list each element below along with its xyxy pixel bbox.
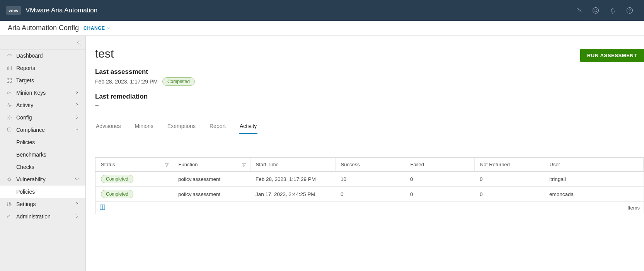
cell-start-time: Feb 28, 2023, 1:17:29 PM — [250, 172, 335, 187]
svg-rect-5 — [7, 78, 9, 80]
nav-label: Compliance — [16, 127, 45, 133]
cell-start-time: Jan 17, 2023, 2:44:25 PM — [250, 187, 335, 202]
key-icon — [6, 90, 12, 96]
svg-point-14 — [10, 204, 12, 205]
help-icon[interactable] — [621, 3, 638, 18]
chevron-down-icon — [107, 26, 111, 30]
col-header-failed[interactable]: Failed — [405, 158, 474, 172]
status-badge: Completed — [101, 175, 133, 183]
nav-label: Activity — [16, 102, 33, 108]
sub-header: Aria Automation Config CHANGE — [0, 21, 644, 36]
table-row[interactable]: Completed policy.assessment Feb 28, 2023… — [95, 172, 644, 187]
chevron-down-icon — [75, 177, 79, 181]
wrench-icon — [6, 213, 12, 220]
nav-label: Targets — [16, 77, 34, 84]
cell-function: policy.assessment — [173, 172, 250, 187]
status-badge: Completed — [162, 77, 195, 86]
chevron-down-icon — [75, 127, 79, 132]
svg-point-13 — [9, 203, 10, 204]
nav-label: Dashboard — [16, 53, 43, 59]
sidebar-item-administration[interactable]: Administration — [0, 210, 85, 223]
product-title: VMware Aria Automation — [26, 7, 97, 14]
chevron-right-icon — [75, 201, 79, 206]
col-header-function[interactable]: Function — [173, 158, 250, 172]
cell-success: 10 — [335, 172, 405, 187]
nav-label: Administration — [16, 213, 51, 220]
nav-label: Minion Keys — [16, 90, 46, 96]
chevron-right-icon — [75, 102, 79, 107]
change-service-link[interactable]: CHANGE — [83, 26, 111, 31]
col-header-label: Function — [179, 162, 198, 167]
smile-icon[interactable] — [587, 3, 604, 18]
svg-point-12 — [7, 205, 9, 206]
sidebar: Dashboard Reports Targets Minion Keys Ac… — [0, 36, 86, 271]
col-header-not-returned[interactable]: Not Returned — [474, 158, 544, 172]
cell-failed: 0 — [405, 187, 474, 202]
nav-label: Vulnerability — [16, 176, 46, 182]
tab-advisories[interactable]: Advisories — [95, 119, 122, 134]
sidebar-item-dashboard[interactable]: Dashboard — [0, 49, 85, 62]
filter-icon[interactable] — [242, 162, 246, 167]
cell-user: ltringali — [544, 172, 644, 187]
status-badge: Completed — [101, 190, 133, 198]
change-label: CHANGE — [83, 26, 105, 31]
tab-bar: Advisories Minions Exemptions Report Act… — [95, 119, 644, 134]
sidebar-item-config[interactable]: Config — [0, 111, 85, 124]
chevrons-left-icon — [76, 40, 82, 45]
nav-label: Settings — [16, 201, 36, 207]
activity-table: Status Function Start Time Success Faile… — [95, 157, 644, 214]
top-icon-bar — [570, 3, 638, 18]
sidebar-sub-compliance-benchmarks[interactable]: Benchmarks — [0, 148, 85, 161]
cell-not-returned: 0 — [474, 187, 544, 202]
table-footer: Items — [95, 202, 644, 214]
sidebar-item-settings[interactable]: Settings — [0, 198, 85, 210]
svg-point-4 — [629, 12, 630, 12]
run-assessment-button[interactable]: RUN ASSESSMENT — [580, 49, 644, 62]
sidebar-item-minion-keys[interactable]: Minion Keys — [0, 87, 85, 99]
sidebar-item-activity[interactable]: Activity — [0, 99, 85, 111]
cell-function: policy.assessment — [173, 187, 250, 202]
vmware-logo: vmw — [6, 6, 21, 15]
tab-exemptions[interactable]: Exemptions — [167, 119, 196, 134]
sidebar-collapse-button[interactable] — [0, 36, 85, 49]
sidebar-item-reports[interactable]: Reports — [0, 62, 85, 74]
svg-rect-6 — [10, 78, 11, 80]
sidebar-item-vulnerability[interactable]: Vulnerability — [0, 173, 85, 186]
svg-rect-8 — [10, 81, 11, 82]
wrench-icon[interactable] — [570, 3, 587, 18]
chevron-right-icon — [75, 214, 79, 218]
svg-point-10 — [9, 117, 10, 118]
last-remediation-value: -- — [95, 102, 99, 108]
col-header-status[interactable]: Status — [95, 158, 173, 172]
top-header: vmw VMware Aria Automation — [0, 0, 644, 21]
sidebar-item-targets[interactable]: Targets — [0, 74, 85, 87]
col-header-user[interactable]: User — [544, 158, 644, 172]
gear-icon — [6, 114, 12, 121]
col-header-start-time[interactable]: Start Time — [250, 158, 335, 172]
tab-minions[interactable]: Minions — [134, 119, 154, 134]
sidebar-item-compliance[interactable]: Compliance — [0, 124, 85, 136]
table-footer-items: Items — [627, 205, 640, 211]
service-title: Aria Automation Config — [8, 24, 79, 32]
tab-activity[interactable]: Activity — [239, 119, 257, 134]
chart-icon — [6, 65, 12, 71]
sidebar-sub-compliance-checks[interactable]: Checks — [0, 161, 85, 173]
column-settings-button[interactable] — [99, 204, 106, 211]
chevron-right-icon — [75, 90, 79, 95]
last-assessment-label: Last assessment — [95, 68, 644, 76]
table-row[interactable]: Completed policy.assessment Jan 17, 2023… — [95, 187, 644, 202]
nav-label: Config — [16, 114, 32, 121]
sidebar-sub-vulnerability-policies[interactable]: Policies — [0, 186, 85, 198]
filter-icon[interactable] — [165, 162, 169, 167]
cell-not-returned: 0 — [474, 172, 544, 187]
svg-point-1 — [595, 10, 595, 10]
svg-rect-7 — [7, 81, 9, 82]
svg-point-11 — [8, 178, 11, 181]
last-assessment-time: Feb 28, 2023, 1:17:29 PM — [95, 78, 158, 85]
sidebar-sub-compliance-policies[interactable]: Policies — [0, 136, 85, 148]
bell-icon[interactable] — [604, 3, 621, 18]
tab-report[interactable]: Report — [209, 119, 227, 134]
cell-success: 0 — [335, 187, 405, 202]
nav-label: Reports — [16, 65, 35, 71]
col-header-success[interactable]: Success — [335, 158, 405, 172]
